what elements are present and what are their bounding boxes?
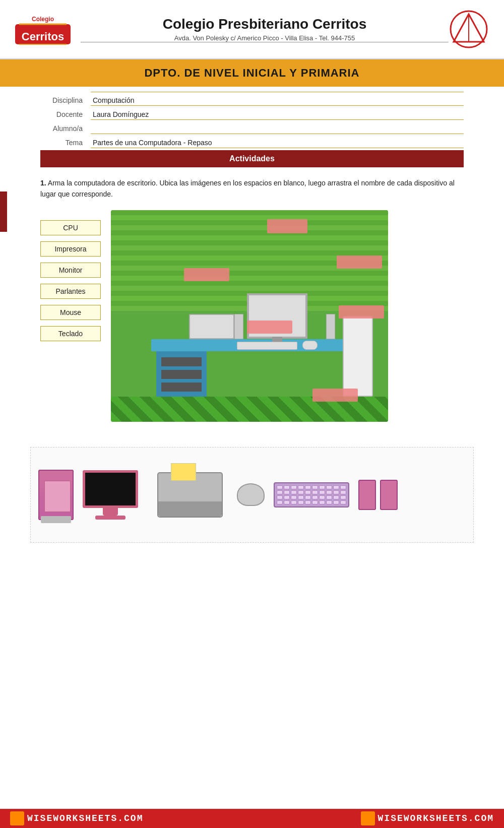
key-22 <box>284 495 290 499</box>
key-26 <box>312 495 318 499</box>
cpu-image <box>38 470 74 520</box>
key-33 <box>291 500 297 504</box>
department-banner: DPTO. DE NIVEL INICIAL Y PRIMARIA <box>0 59 504 87</box>
printer-paper-image <box>171 463 196 481</box>
cpu-base <box>41 516 71 523</box>
school-address: Avda. Von Polesky c/ Americo Picco - Vil… <box>81 34 449 42</box>
key-29 <box>333 495 339 499</box>
key-31 <box>277 500 283 504</box>
drawer-1 <box>161 357 202 366</box>
key-2 <box>284 485 290 489</box>
key-19 <box>333 490 339 494</box>
key-6 <box>312 485 318 489</box>
footer-right: WISEWORKSHEETS.COM <box>361 811 494 825</box>
printer-output <box>158 501 222 517</box>
keyboard-display <box>237 342 297 350</box>
key-18 <box>326 490 332 494</box>
drag-labels-panel: CPU Impresora Monitor Parlantes Mouse Te… <box>40 210 101 341</box>
key-35 <box>305 500 311 504</box>
drag-label-parlantes[interactable]: Parlantes <box>40 284 101 299</box>
info-values: Computación Laura Domínguez Partes de un… <box>91 92 464 148</box>
monitor-base-image <box>95 516 125 520</box>
activity-text: Arma la computadora de escritorio. Ubica… <box>40 179 455 198</box>
key-30 <box>340 495 346 499</box>
answer-box-3[interactable] <box>184 268 229 281</box>
answer-box-4[interactable] <box>247 321 292 334</box>
activities-bar: Actividades <box>40 150 464 167</box>
answer-box-6[interactable] <box>312 389 358 402</box>
answer-box-2[interactable] <box>337 256 382 269</box>
cutout-cpu <box>38 470 74 520</box>
answer-box-1[interactable] <box>267 219 307 233</box>
footer-bar: WISEWORKSHEETS.COM WISEWORKSHEETS.COM <box>0 809 504 828</box>
page-header: Cerritos Colegio Colegio Presbiteriano C… <box>0 0 504 59</box>
footer-icon-right <box>361 811 375 825</box>
key-37 <box>319 500 325 504</box>
cerritos-logo: Cerritos Colegio <box>15 9 71 49</box>
key-34 <box>298 500 304 504</box>
key-32 <box>284 500 290 504</box>
drag-activity-area: CPU Impresora Monitor Parlantes Mouse Te… <box>40 210 464 422</box>
info-labels: Disciplina Docente Alumno/a Tema <box>40 92 91 148</box>
key-10 <box>340 485 346 489</box>
svg-line-9 <box>469 14 484 42</box>
drag-label-mouse[interactable]: Mouse <box>40 305 101 320</box>
info-section: Disciplina Docente Alumno/a Tema Computa… <box>0 92 504 148</box>
footer-left: WISEWORKSHEETS.COM <box>10 811 143 825</box>
drawer-2 <box>161 370 202 379</box>
key-7 <box>319 485 325 489</box>
key-28 <box>326 495 332 499</box>
header-divider <box>81 42 449 43</box>
monitor-image <box>83 470 138 508</box>
cutout-mouse <box>237 483 265 506</box>
footer-icon-left <box>10 811 24 825</box>
answer-box-5[interactable] <box>339 305 384 319</box>
label-tema: Tema <box>66 134 83 148</box>
speaker1-image <box>358 480 376 510</box>
value-alumno[interactable] <box>91 120 464 134</box>
key-20 <box>340 490 346 494</box>
cutout-speakers <box>358 480 398 510</box>
speaker-right-display <box>326 314 335 339</box>
mouse-image <box>237 483 265 506</box>
monitor-stand-image <box>103 508 118 516</box>
key-15 <box>305 490 311 494</box>
key-25 <box>305 495 311 499</box>
key-39 <box>333 500 339 504</box>
activity-number: 1. <box>40 179 46 187</box>
drag-label-monitor[interactable]: Monitor <box>40 263 101 278</box>
key-23 <box>291 495 297 499</box>
key-9 <box>333 485 339 489</box>
label-alumno: Alumno/a <box>53 120 83 134</box>
mouse-display <box>302 341 318 350</box>
drag-label-impresora[interactable]: Impresora <box>40 241 101 257</box>
activities-label: Actividades <box>229 154 275 163</box>
key-14 <box>298 490 304 494</box>
footer-text-right: WISEWORKSHEETS.COM <box>378 813 494 823</box>
key-38 <box>326 500 332 504</box>
key-4 <box>298 485 304 489</box>
drag-label-teclado[interactable]: Teclado <box>40 326 101 341</box>
printer-display <box>189 314 234 339</box>
logo-area: Cerritos Colegio <box>15 9 71 49</box>
key-24 <box>298 495 304 499</box>
department-title: DPTO. DE NIVEL INICIAL Y PRIMARIA <box>144 67 359 79</box>
label-disciplina: Disciplina <box>52 92 83 106</box>
activity-instruction: 1. Arma la computadora de escritorio. Ub… <box>40 177 464 200</box>
triangle-logo <box>449 9 489 49</box>
cutout-monitor <box>83 470 138 520</box>
key-13 <box>291 490 297 494</box>
key-16 <box>312 490 318 494</box>
printer-image <box>157 472 223 518</box>
school-info: Colegio Presbiteriano Cerritos Avda. Von… <box>71 16 449 43</box>
svg-line-8 <box>454 14 469 42</box>
key-27 <box>319 495 325 499</box>
key-40 <box>340 500 346 504</box>
drag-label-cpu[interactable]: CPU <box>40 220 101 235</box>
activity-section: 1. Arma la computadora de escritorio. Ub… <box>0 167 504 432</box>
key-11 <box>277 490 283 494</box>
key-36 <box>312 500 318 504</box>
speaker-left-display <box>234 314 243 339</box>
drawer-3 <box>161 383 202 392</box>
key-3 <box>291 485 297 489</box>
